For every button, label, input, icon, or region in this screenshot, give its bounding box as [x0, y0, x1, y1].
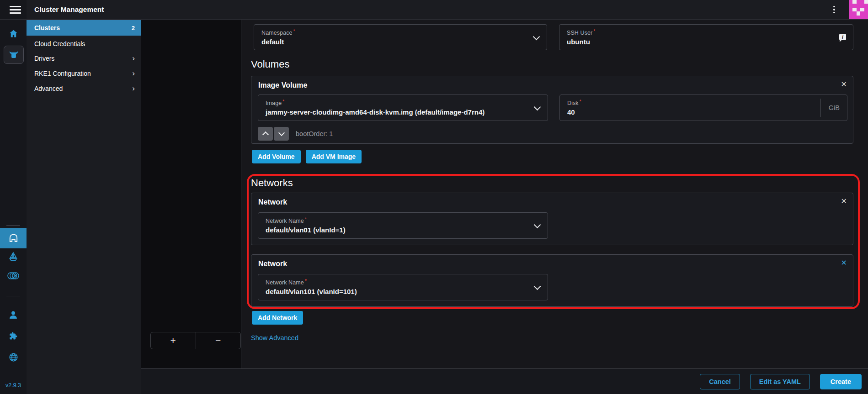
- sidebar-item-advanced[interactable]: Advanced ›: [27, 81, 141, 96]
- info-tooltip-icon[interactable]: [839, 34, 846, 40]
- sidebar-nav: Clusters 2 Cloud Credentials Drivers › R…: [27, 19, 141, 394]
- virtualization-coils-icon[interactable]: [0, 270, 27, 281]
- clusters-count-badge: 2: [132, 25, 135, 32]
- sidebar-item-drivers[interactable]: Drivers ›: [27, 51, 141, 66]
- disk-size-input[interactable]: Disk* 40 GiB: [559, 95, 847, 121]
- zoom-out-button[interactable]: −: [196, 332, 241, 349]
- chevron-down-icon: [534, 283, 541, 290]
- chevron-right-icon: ›: [132, 54, 135, 62]
- image-volume-title: Image Volume: [258, 81, 307, 89]
- network-name-select-1[interactable]: Network Name* default/vlan01 (vlanId=1): [258, 212, 548, 239]
- chevron-down-icon: [533, 33, 540, 40]
- networks-heading: Networks: [251, 177, 293, 189]
- page-title: Cluster Management: [34, 0, 104, 19]
- image-select[interactable]: Image* jammy-server-cloudimg-amd64-disk-…: [258, 95, 548, 121]
- sidebar-item-clusters[interactable]: Clusters 2: [27, 20, 141, 36]
- network-title: Network: [258, 260, 287, 268]
- sidebar-item-rke1-configuration[interactable]: RKE1 Configuration ›: [27, 66, 141, 81]
- network-buttons-row: Add Network: [252, 311, 303, 325]
- add-network-button[interactable]: Add Network: [252, 311, 303, 325]
- unit-divider: [820, 99, 821, 117]
- network-title: Network: [258, 198, 287, 206]
- rail-divider: [6, 296, 20, 296]
- volume-buttons-row: Add Volume Add VM Image: [252, 150, 362, 163]
- image-volume-box: Image Volume ✕ Image* jammy-server-cloud…: [251, 76, 853, 144]
- users-icon[interactable]: [0, 310, 27, 320]
- rancher-icon[interactable]: [4, 46, 24, 64]
- create-button[interactable]: Create: [820, 374, 862, 389]
- boot-order-label: bootOrder: 1: [296, 130, 333, 137]
- add-vm-image-button[interactable]: Add VM Image: [306, 150, 362, 163]
- globe-icon[interactable]: [0, 352, 27, 362]
- close-icon[interactable]: ✕: [841, 198, 847, 205]
- pool-preview-panel: + −: [141, 19, 241, 368]
- disk-unit-label: GiB: [829, 104, 840, 111]
- chevron-right-icon: ›: [132, 69, 135, 77]
- version-label[interactable]: v2.9.3: [0, 382, 27, 389]
- hamburger-menu-icon[interactable]: [10, 6, 21, 14]
- top-header: Cluster Management: [0, 0, 868, 20]
- app-rail: v2.9.3: [0, 19, 27, 394]
- add-volume-button[interactable]: Add Volume: [252, 150, 301, 163]
- chevron-down-icon: [534, 104, 541, 111]
- cluster-form: Namespace* default SSH User* ubuntu Volu…: [241, 19, 868, 368]
- volumes-heading: Volumes: [251, 58, 289, 70]
- show-advanced-link[interactable]: Show Advanced: [251, 334, 298, 341]
- ssh-user-input[interactable]: SSH User* ubuntu: [559, 24, 853, 50]
- close-icon[interactable]: ✕: [841, 259, 847, 267]
- form-footer: Cancel Edit as YAML Create: [141, 368, 868, 394]
- home-icon[interactable]: [0, 28, 27, 38]
- sidebar-item-cloud-credentials[interactable]: Cloud Credentials: [27, 37, 141, 51]
- kebab-menu-icon[interactable]: [829, 4, 840, 15]
- zoom-in-button[interactable]: +: [151, 332, 196, 349]
- move-down-button[interactable]: [274, 127, 289, 141]
- extensions-puzzle-icon[interactable]: [0, 331, 27, 341]
- chevron-down-icon: [534, 221, 541, 229]
- network-name-select-2[interactable]: Network Name* default/vlan101 (vlanId=10…: [258, 274, 548, 300]
- zoom-control: + −: [150, 332, 241, 349]
- cancel-button[interactable]: Cancel: [700, 374, 740, 389]
- close-icon[interactable]: ✕: [841, 81, 847, 88]
- fleet-boat-icon[interactable]: [0, 251, 27, 262]
- move-up-button[interactable]: [258, 127, 273, 141]
- namespace-select[interactable]: Namespace* default: [254, 24, 547, 50]
- network-box-1: Network ✕ Network Name* default/vlan01 (…: [251, 193, 853, 245]
- edit-as-yaml-button[interactable]: Edit as YAML: [750, 374, 810, 389]
- network-box-2: Network ✕ Network Name* default/vlan101 …: [251, 254, 853, 307]
- avatar[interactable]: [849, 0, 868, 19]
- chevron-right-icon: ›: [132, 84, 135, 92]
- harvester-icon-selected[interactable]: [0, 228, 27, 248]
- boot-order-row: bootOrder: 1: [258, 127, 333, 141]
- rail-divider: [6, 225, 20, 226]
